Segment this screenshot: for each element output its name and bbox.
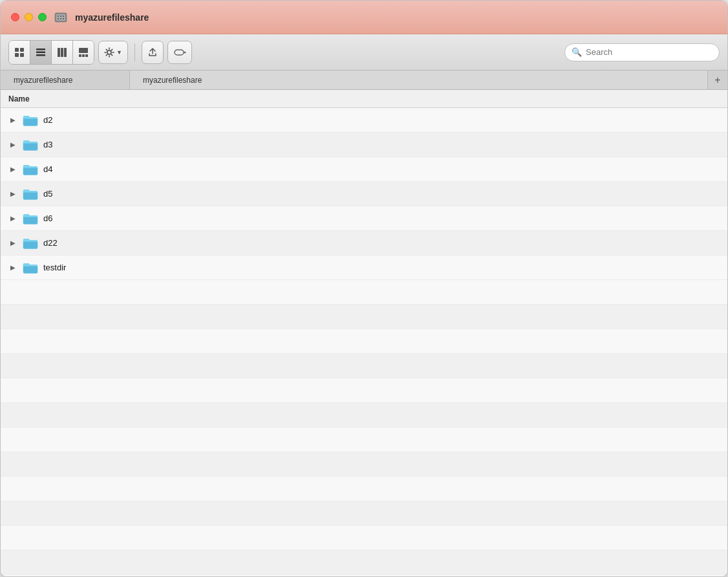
svg-rect-19 xyxy=(79,54,81,57)
icon-view-icon xyxy=(14,47,25,58)
window-icon xyxy=(54,11,67,24)
search-box: 🔍 xyxy=(564,43,720,61)
empty-row xyxy=(1,526,727,550)
svg-rect-15 xyxy=(58,48,60,57)
svg-rect-6 xyxy=(63,16,64,17)
empty-row xyxy=(1,501,727,526)
folder-icon xyxy=(23,138,38,151)
file-name: d6 xyxy=(43,213,52,223)
tag-button[interactable] xyxy=(167,41,192,64)
svg-rect-12 xyxy=(36,49,45,50)
expand-arrow-icon[interactable]: ▶ xyxy=(8,190,17,199)
gallery-view-icon xyxy=(78,47,89,58)
expand-arrow-icon[interactable]: ▶ xyxy=(8,239,17,248)
file-row[interactable]: ▶ testdir xyxy=(1,256,727,280)
file-list-container: Name ▶ d2 ▶ d3 xyxy=(1,90,727,576)
svg-rect-23 xyxy=(175,50,184,55)
file-name: d4 xyxy=(43,164,52,174)
folder-icon xyxy=(23,163,38,176)
sort-dropdown-arrow: ▼ xyxy=(116,49,122,56)
empty-rows-fill xyxy=(1,280,727,576)
path-tab-left[interactable]: myazurefileshare xyxy=(1,71,130,89)
empty-row xyxy=(1,354,727,378)
file-name: d2 xyxy=(43,115,52,125)
file-row[interactable]: ▶ d2 xyxy=(1,108,727,133)
file-row[interactable]: ▶ d5 xyxy=(1,182,727,206)
svg-rect-14 xyxy=(36,54,45,56)
file-name: d5 xyxy=(43,189,52,199)
empty-row xyxy=(1,378,727,403)
empty-row xyxy=(1,452,727,477)
svg-rect-3 xyxy=(58,18,59,19)
share-button[interactable] xyxy=(142,41,164,64)
folder-icon xyxy=(23,237,38,250)
add-tab-button[interactable]: + xyxy=(708,71,727,89)
tag-icon xyxy=(173,47,186,58)
path-tab-left-label: myazurefileshare xyxy=(14,76,72,85)
expand-arrow-icon[interactable]: ▶ xyxy=(8,214,17,223)
file-row[interactable]: ▶ d3 xyxy=(1,133,727,157)
file-name: d3 xyxy=(43,140,52,149)
minimize-button[interactable] xyxy=(25,13,33,21)
name-column-header: Name xyxy=(8,94,30,103)
svg-rect-18 xyxy=(79,48,88,53)
empty-row xyxy=(1,477,727,501)
folder-icon xyxy=(23,188,38,201)
search-icon: 🔍 xyxy=(572,47,582,57)
expand-arrow-icon[interactable]: ▶ xyxy=(8,140,17,149)
share-icon xyxy=(147,47,158,58)
path-bar: myazurefileshare myazurefileshare + xyxy=(1,71,727,90)
svg-rect-20 xyxy=(82,54,85,57)
svg-rect-5 xyxy=(60,18,61,19)
empty-row xyxy=(1,329,727,354)
list-view-button[interactable] xyxy=(30,41,52,64)
gear-icon xyxy=(104,47,114,58)
list-view-icon xyxy=(36,47,46,58)
gallery-view-button[interactable] xyxy=(73,41,94,64)
svg-point-24 xyxy=(184,51,186,53)
svg-rect-2 xyxy=(58,16,59,17)
svg-rect-1 xyxy=(56,14,65,21)
svg-rect-4 xyxy=(60,16,61,17)
svg-rect-17 xyxy=(64,48,67,57)
svg-rect-13 xyxy=(36,51,45,53)
folder-icon xyxy=(23,212,38,225)
expand-arrow-icon[interactable]: ▶ xyxy=(8,165,17,174)
svg-point-22 xyxy=(107,50,111,54)
column-view-button[interactable] xyxy=(52,41,73,64)
finder-window: myazurefileshare xyxy=(0,0,728,577)
file-row[interactable]: ▶ d22 xyxy=(1,231,727,256)
empty-row xyxy=(1,428,727,452)
column-header: Name xyxy=(1,90,727,108)
empty-row xyxy=(1,403,727,428)
folder-icon xyxy=(23,261,38,274)
maximize-button[interactable] xyxy=(38,13,47,21)
icon-view-button[interactable] xyxy=(9,41,30,64)
svg-rect-8 xyxy=(15,48,19,52)
svg-rect-11 xyxy=(20,53,24,57)
path-tab-right[interactable]: myazurefileshare xyxy=(130,71,708,89)
svg-rect-16 xyxy=(61,48,63,57)
path-tab-right-label: myazurefileshare xyxy=(143,76,202,85)
empty-row xyxy=(1,305,727,329)
svg-rect-9 xyxy=(20,48,24,52)
file-row[interactable]: ▶ d6 xyxy=(1,206,727,231)
title-bar: myazurefileshare xyxy=(1,1,727,34)
file-row[interactable]: ▶ d4 xyxy=(1,157,727,182)
window-title: myazurefileshare xyxy=(75,12,149,23)
file-name: d22 xyxy=(43,238,58,248)
empty-row xyxy=(1,575,727,576)
search-input[interactable] xyxy=(586,47,712,57)
expand-arrow-icon[interactable]: ▶ xyxy=(8,116,17,125)
svg-rect-10 xyxy=(15,53,19,57)
file-rows: ▶ d2 ▶ d3 ▶ xyxy=(1,108,727,280)
folder-icon xyxy=(23,114,38,127)
svg-rect-21 xyxy=(85,54,88,57)
sort-options-button[interactable]: ▼ xyxy=(98,41,128,64)
expand-arrow-icon[interactable]: ▶ xyxy=(8,263,17,272)
column-view-icon xyxy=(57,47,67,58)
separator-1 xyxy=(134,43,135,61)
close-button[interactable] xyxy=(11,13,19,21)
window-controls xyxy=(11,13,47,21)
view-mode-group xyxy=(8,40,94,65)
